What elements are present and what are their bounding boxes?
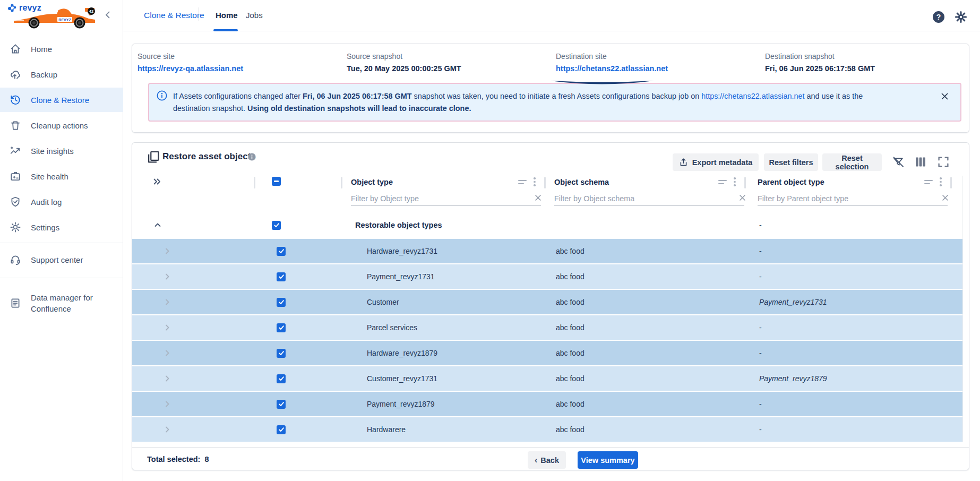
expand-all-icon[interactable] [152, 177, 162, 186]
headset-icon [10, 254, 21, 265]
source-site-block: Source site https://revyz-qa.atlassian.n… [137, 52, 243, 73]
close-icon[interactable] [941, 92, 949, 100]
sidebar-collapse-icon[interactable] [104, 11, 111, 19]
select-all-checkbox[interactable] [272, 177, 281, 186]
object-schema-filter-input[interactable] [554, 192, 744, 205]
settings-gear-icon[interactable] [954, 10, 968, 24]
tab-jobs[interactable]: Jobs [246, 11, 263, 20]
row-checkbox[interactable] [277, 366, 286, 391]
fullscreen-icon[interactable] [937, 156, 951, 169]
expand-chevron-icon[interactable] [163, 290, 171, 314]
sidebar-item-label: Settings [31, 223, 59, 232]
parent-object-type-cell: - [759, 239, 762, 263]
object-schema-cell: abc food [556, 315, 584, 340]
filter-lines-icon[interactable] [518, 180, 527, 186]
column-menu-icon[interactable] [734, 177, 736, 188]
filter-lines-icon[interactable] [718, 180, 727, 186]
expand-chevron-icon[interactable] [163, 366, 171, 391]
table-row[interactable]: Hardware_revyz1731 abc food - [132, 239, 962, 263]
grid-filter-row [132, 190, 962, 209]
grid-header-row: Object type Object schema Parent object … [132, 176, 962, 190]
sidebar-item-data-manager-confluence[interactable]: Data manager for Confluence [0, 287, 123, 320]
sidebar-item-cleanup-actions[interactable]: Cleanup actions [0, 113, 123, 138]
view-summary-button[interactable]: View summary [578, 451, 638, 469]
reset-selection-button[interactable]: Reset selection [822, 153, 882, 171]
alert-message: If Assets configurations changed after F… [173, 90, 897, 114]
clear-filter-icon[interactable] [535, 194, 541, 201]
column-divider [950, 177, 952, 188]
shield-check-icon [10, 196, 21, 208]
reset-filters-button[interactable]: Reset filters [764, 153, 818, 171]
sidebar-item-home[interactable]: Home [0, 37, 123, 61]
help-icon[interactable]: ? [932, 10, 945, 24]
sidebar-item-support-center[interactable]: Support center [0, 247, 123, 272]
sidebar-item-site-insights[interactable]: Site insights [0, 139, 123, 163]
alert-pointer-swoosh [550, 79, 654, 86]
table-row[interactable]: Customer_revyz1731 abc food Payment_revy… [132, 366, 962, 391]
trend-sparkle-icon [10, 145, 21, 157]
parent-object-type-filter-input[interactable] [758, 192, 948, 205]
row-checkbox[interactable] [277, 264, 286, 289]
sidebar-item-audit-log[interactable]: Audit log [0, 190, 123, 214]
parent-object-type-cell: - [759, 392, 762, 416]
back-button[interactable]: ‹ Back [528, 451, 566, 469]
filter-lines-icon[interactable] [924, 180, 933, 186]
row-checkbox[interactable] [277, 341, 286, 365]
parent-object-type-cell: Payment_revyz1879 [759, 366, 827, 391]
table-row[interactable]: Parcel services abc food - [132, 315, 962, 340]
expand-chevron-icon[interactable] [163, 417, 171, 442]
object-type-cell: Hardwarere [367, 417, 406, 442]
alert-text-part: snapshot was taken, you need to initiate… [412, 92, 702, 100]
filter-off-icon[interactable] [892, 156, 906, 169]
clone-summary-card: Source site https://revyz-qa.atlassian.n… [132, 44, 969, 133]
table-row[interactable]: Payment_revyz1879 abc food - [132, 392, 962, 416]
row-checkbox[interactable] [277, 290, 286, 314]
expand-chevron-icon[interactable] [163, 392, 171, 416]
table-row[interactable]: Customer abc food Payment_revyz1731 [132, 290, 962, 314]
sidebar-item-site-health[interactable]: Site health [0, 164, 123, 188]
source-site-link[interactable]: https://revyz-qa.atlassian.net [137, 64, 243, 73]
source-site-label: Source site [137, 52, 243, 61]
row-checkbox[interactable] [277, 239, 286, 263]
sidebar-item-backup[interactable]: Backup [0, 62, 123, 87]
clear-filter-icon[interactable] [942, 194, 949, 201]
row-checkbox[interactable] [277, 417, 286, 442]
table-info-icon[interactable] [248, 153, 256, 161]
sidebar-item-settings[interactable]: Settings [0, 215, 123, 239]
destination-snapshot-value: Fri, 06 Jun 2025 06:17:58 GMT [765, 64, 875, 73]
column-header-object-schema[interactable]: Object schema [554, 178, 609, 186]
column-menu-icon[interactable] [534, 177, 536, 188]
expand-chevron-icon[interactable] [163, 315, 171, 340]
tab-home[interactable]: Home [216, 11, 238, 20]
table-row[interactable]: Hardware_revyz1879 abc food - [132, 341, 962, 365]
destination-site-link[interactable]: https://chetans22.atlassian.net [556, 64, 668, 73]
table-row[interactable]: Hardwarere abc food - [132, 417, 962, 442]
column-menu-icon[interactable] [940, 177, 942, 188]
total-selected-label: Total selected: [147, 455, 200, 463]
row-checkbox[interactable] [277, 315, 286, 340]
expand-chevron-icon[interactable] [163, 264, 171, 289]
columns-icon[interactable] [914, 156, 928, 169]
alert-destination-link[interactable]: https://chetans22.atlassian.net [701, 92, 804, 100]
group-row-restorable-object-types[interactable]: Restorable object types - [132, 212, 962, 238]
collapse-chevron-icon[interactable] [153, 212, 162, 238]
clear-filter-icon[interactable] [739, 194, 746, 201]
row-checkbox[interactable] [277, 392, 286, 416]
sidebar-item-label: Cleanup actions [31, 121, 88, 130]
copy-pages-icon [147, 150, 160, 164]
restore-objects-card: Restore asset objects Export metadata Re… [132, 142, 969, 470]
expand-chevron-icon[interactable] [163, 341, 171, 365]
group-checkbox[interactable] [272, 212, 281, 238]
column-header-parent-object-type[interactable]: Parent object type [758, 178, 824, 186]
destination-snapshot-label: Destination snapshot [765, 52, 875, 61]
export-metadata-button[interactable]: Export metadata [673, 153, 759, 171]
destination-site-label: Destination site [556, 52, 668, 61]
expand-chevron-icon[interactable] [163, 239, 171, 263]
object-schema-cell: abc food [556, 290, 584, 314]
table-row[interactable]: Payment_revyz1731 abc food - [132, 264, 962, 289]
object-type-filter-input[interactable] [351, 192, 541, 205]
breadcrumb[interactable]: Clone & Restore [144, 11, 204, 20]
column-header-object-type[interactable]: Object type [351, 178, 393, 186]
object-type-cell: Customer_revyz1731 [367, 366, 437, 391]
sidebar-item-clone-restore[interactable]: Clone & Restore [0, 88, 123, 112]
